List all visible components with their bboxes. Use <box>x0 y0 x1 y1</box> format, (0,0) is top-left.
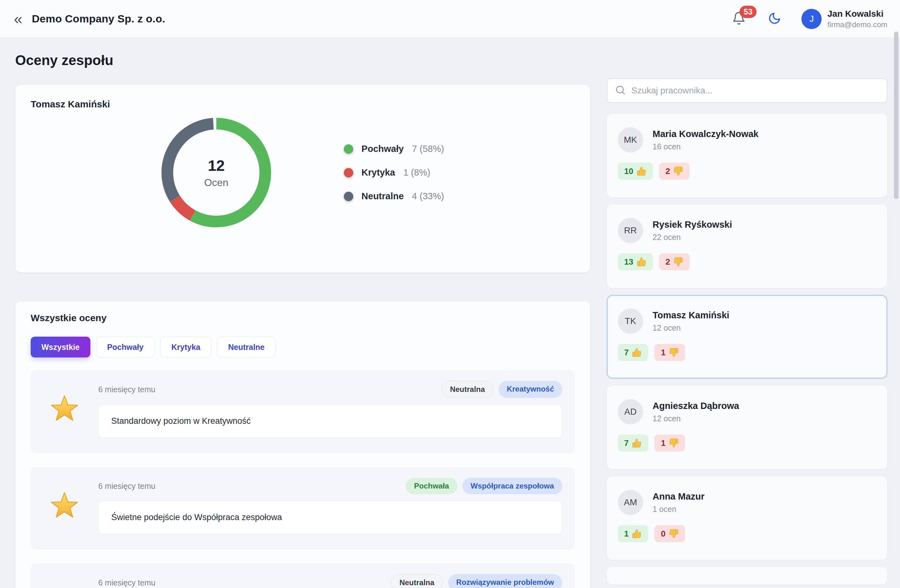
employee-sidebar: MK Maria Kowalczyk-Nowak 16 ocen 10 2 <box>607 38 888 588</box>
rating-badge: Neutralna <box>441 381 493 398</box>
left-column: Oceny zespołu Tomasz Kamiński 12 Ocen <box>15 38 590 588</box>
thumbs-up-count: 7 <box>618 435 648 452</box>
legend-dot-red <box>344 168 353 178</box>
employee-rating-count: 16 ocen <box>653 142 759 151</box>
legend-label: Neutralne <box>362 191 404 201</box>
thumbs-up-count: 7 <box>618 344 648 361</box>
star-icon <box>50 394 79 438</box>
avatar: RR <box>618 218 643 243</box>
category-badge: Rozwiązywanie problemów <box>448 574 562 588</box>
thumbs-down-icon <box>669 529 679 539</box>
thumbs-down-count: 1 <box>655 344 685 361</box>
filter-praise[interactable]: Pochwały <box>96 337 155 357</box>
user-menu[interactable]: Jan Kowalski firma@demo.com <box>827 9 888 29</box>
user-email: firma@demo.com <box>827 20 888 29</box>
employee-summary-card: Tomasz Kamiński 12 Ocen <box>15 85 590 272</box>
app-header: « Demo Company Sp. z o.o. 53 J Jan Kowal… <box>0 0 900 38</box>
vertical-scrollbar[interactable] <box>894 32 898 199</box>
employee-rating-count: 22 ocen <box>653 233 732 242</box>
donut-center-value: 12 <box>208 157 225 174</box>
employee-card-partial[interactable] <box>607 567 888 585</box>
thumbs-up-icon <box>632 347 642 357</box>
review-time: 6 miesięcy temu <box>98 481 155 491</box>
star-icon <box>50 491 79 534</box>
thumbs-down-count: 2 <box>659 253 689 270</box>
thumbs-up-icon <box>636 166 647 176</box>
filter-all[interactable]: Wszystkie <box>31 337 90 357</box>
legend-value: 1 (8%) <box>403 167 430 178</box>
employee-name: Tomasz Kamiński <box>653 310 729 320</box>
employee-rating-count: 1 ocen <box>653 504 704 514</box>
avatar: MK <box>618 127 643 153</box>
thumbs-down-icon <box>669 438 679 448</box>
legend-dot-gray <box>344 192 353 201</box>
donut-center-label: Ocen <box>204 177 228 189</box>
legend-value: 7 (58%) <box>412 144 444 154</box>
legend-item-criticism: Krytyka 1 (8%) <box>344 167 444 178</box>
review-item: 6 miesięcy temu Neutralna Kreatywność St… <box>31 370 575 453</box>
notifications-button[interactable]: 53 <box>732 11 746 26</box>
thumbs-down-count: 2 <box>659 162 689 179</box>
review-item: 6 miesięcy temu Pochwała Współpraca zesp… <box>31 467 575 549</box>
thumbs-up-icon <box>636 257 647 267</box>
filter-neutral[interactable]: Neutralne <box>217 337 276 357</box>
review-comment: Świetne podejście do Współpraca zespołow… <box>98 501 562 534</box>
thumbs-up-count: 1 <box>618 525 648 542</box>
legend-item-praise: Pochwały 7 (58%) <box>344 144 444 154</box>
legend-item-neutral: Neutralne 4 (33%) <box>344 191 444 201</box>
dark-mode-toggle[interactable] <box>768 12 781 26</box>
ratings-donut-chart: 12 Ocen <box>161 118 271 227</box>
rating-badge: Neutralna <box>391 574 443 588</box>
employee-name: Anna Mazur <box>653 491 704 502</box>
employee-card-rysiek-ryskowski[interactable]: RR Rysiek Ryśkowski 22 ocen 13 2 <box>607 204 888 288</box>
category-badge: Kreatywność <box>499 381 562 398</box>
chart-legend: Pochwały 7 (58%) Krytyka 1 (8%) Neutraln… <box>344 144 444 201</box>
thumbs-up-icon <box>632 438 642 448</box>
search-input[interactable] <box>632 85 879 96</box>
employee-rating-count: 12 ocen <box>653 323 729 333</box>
page-title: Oceny zespołu <box>15 53 590 68</box>
sidebar-collapse-button[interactable]: « <box>14 11 22 26</box>
review-filters: Wszystkie Pochwały Krytyka Neutralne <box>31 337 575 357</box>
employee-list: MK Maria Kowalczyk-Nowak 16 ocen 10 2 <box>607 114 888 585</box>
rating-badge: Pochwała <box>406 478 457 494</box>
legend-label: Krytyka <box>362 167 395 178</box>
employee-card-maria-kowalczyk-nowak[interactable]: MK Maria Kowalczyk-Nowak 16 ocen 10 2 <box>607 114 888 197</box>
avatar: TK <box>618 308 643 334</box>
moon-icon <box>768 12 781 26</box>
review-time: 6 miesięcy temu <box>98 578 155 587</box>
employee-card-tomasz-kaminski[interactable]: TK Tomasz Kamiński 12 ocen 7 1 <box>607 295 888 379</box>
review-list: 6 miesięcy temu Neutralna Kreatywność St… <box>31 370 575 588</box>
employee-card-anna-mazur[interactable]: AM Anna Mazur 1 ocen 1 0 <box>607 476 888 560</box>
thumbs-down-icon <box>673 257 683 267</box>
review-comment: Standardowy poziom w Kreatywność <box>98 404 562 438</box>
thumbs-up-count: 13 <box>618 253 653 270</box>
summary-employee-name: Tomasz Kamiński <box>31 99 575 110</box>
review-item: 6 miesięcy temu Neutralna Rozwiązywanie … <box>31 563 575 588</box>
employee-name: Agnieszka Dąbrowa <box>653 401 739 411</box>
user-avatar[interactable]: J <box>801 9 822 29</box>
thumbs-down-count: 1 <box>655 435 685 452</box>
employee-rating-count: 12 ocen <box>653 414 739 423</box>
legend-value: 4 (33%) <box>412 191 444 201</box>
review-time: 6 miesięcy temu <box>98 385 155 394</box>
company-name: Demo Company Sp. z o.o. <box>32 12 165 25</box>
employee-card-agnieszka-dabrowa[interactable]: AD Agnieszka Dąbrowa 12 ocen 7 1 <box>607 385 888 469</box>
reviews-title: Wszystkie oceny <box>31 313 575 323</box>
user-name: Jan Kowalski <box>827 9 888 19</box>
filter-criticism[interactable]: Krytyka <box>160 337 211 357</box>
legend-label: Pochwały <box>362 144 404 154</box>
thumbs-down-icon <box>673 166 683 176</box>
thumbs-down-count: 0 <box>655 525 685 542</box>
employee-search <box>607 78 888 103</box>
notification-count-badge: 53 <box>739 6 757 18</box>
bell-icon <box>732 21 746 26</box>
thumbs-up-icon <box>632 529 642 539</box>
legend-dot-green <box>344 144 353 154</box>
all-reviews-card: Wszystkie oceny Wszystkie Pochwały Kryty… <box>15 301 590 588</box>
avatar: AD <box>618 399 643 424</box>
search-icon <box>615 85 626 97</box>
main-content: Oceny zespołu Tomasz Kamiński 12 Ocen <box>0 38 900 588</box>
category-badge: Współpraca zespołowa <box>462 478 562 494</box>
thumbs-down-icon <box>669 347 679 357</box>
